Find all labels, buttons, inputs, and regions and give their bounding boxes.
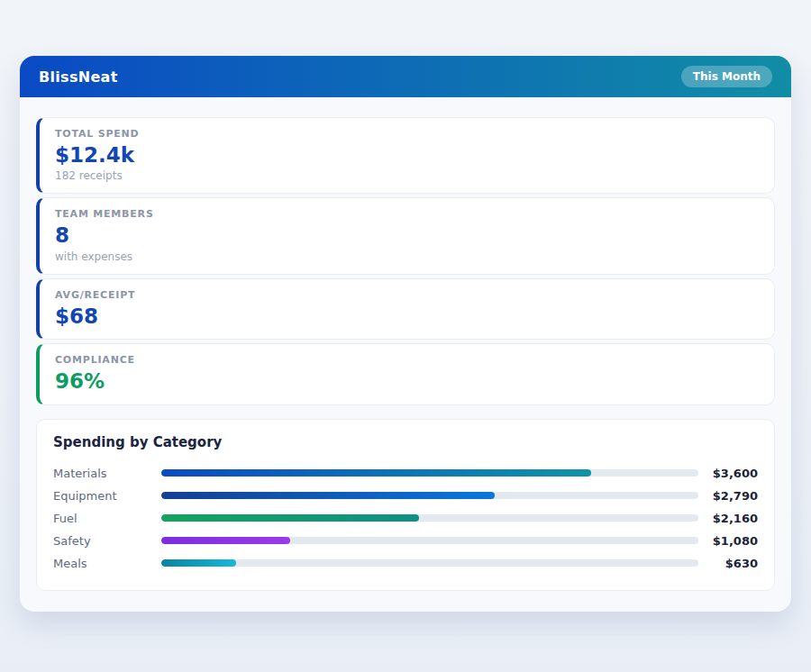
category-row-equipment: Equipment $2,790 [53, 485, 758, 507]
stat-value: 8 [55, 223, 759, 247]
stat-label: TOTAL SPEND [55, 128, 759, 140]
stat-label: TEAM MEMBERS [55, 208, 759, 220]
category-row-safety: Safety $1,080 [53, 530, 758, 552]
stat-card-total-spend: TOTAL SPEND $12.4k 182 receipts [36, 117, 775, 194]
stat-label: AVG/RECEIPT [55, 289, 759, 301]
category-value: $2,790 [698, 489, 758, 503]
category-value: $2,160 [698, 512, 758, 525]
bar-fill [161, 492, 495, 499]
bar-fill [161, 514, 419, 522]
bar-fill [161, 559, 236, 567]
section-title: Spending by Category [53, 434, 758, 450]
bar-fill [161, 537, 290, 544]
stat-subtext: 182 receipts [55, 169, 759, 182]
bar-track [161, 514, 698, 522]
category-label: Materials [53, 467, 161, 480]
category-row-materials: Materials $3,600 [53, 462, 758, 485]
dashboard-content: TOTAL SPEND $12.4k 182 receipts TEAM MEM… [20, 97, 791, 612]
bar-fill [161, 469, 591, 477]
spending-by-category-card: Spending by Category Materials $3,600 Eq… [36, 419, 775, 591]
stat-card-avg-receipt: AVG/RECEIPT $68 [36, 278, 775, 340]
bar-track [161, 469, 698, 477]
stat-value: $68 [55, 304, 759, 328]
category-value: $3,600 [698, 467, 758, 480]
bar-track [161, 559, 698, 567]
app-title: BlissNeat [39, 68, 118, 86]
stat-card-team-members: TEAM MEMBERS 8 with expenses [36, 197, 775, 274]
app-header: BlissNeat This Month [20, 56, 791, 97]
category-row-fuel: Fuel $2,160 [53, 507, 758, 530]
category-value: $1,080 [698, 534, 758, 548]
stat-card-compliance: COMPLIANCE 96% [36, 343, 775, 404]
dashboard-panel: BlissNeat This Month TOTAL SPEND $12.4k … [20, 56, 791, 612]
category-row-meals: Meals $630 [53, 552, 758, 575]
stat-value: 96% [55, 369, 759, 393]
category-label: Fuel [53, 512, 161, 525]
stat-subtext: with expenses [55, 250, 759, 263]
category-label: Equipment [53, 489, 161, 503]
category-value: $630 [698, 557, 758, 570]
bar-track [161, 492, 698, 499]
stat-label: COMPLIANCE [55, 354, 759, 366]
category-label: Safety [53, 534, 161, 548]
category-label: Meals [53, 557, 161, 570]
period-badge[interactable]: This Month [681, 66, 772, 87]
stat-value: $12.4k [55, 143, 759, 167]
bar-track [161, 537, 698, 544]
